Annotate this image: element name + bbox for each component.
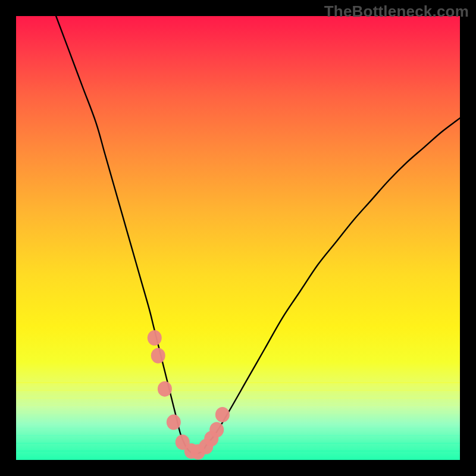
plot-area <box>16 16 460 460</box>
chart-frame: TheBottleneck.com <box>0 0 476 476</box>
highlight-markers <box>16 16 460 460</box>
marker-point <box>151 348 165 364</box>
marker-point <box>209 422 224 437</box>
marker-point <box>167 415 181 430</box>
marker-point <box>215 407 230 422</box>
watermark-text: TheBottleneck.com <box>324 2 469 21</box>
marker-point <box>148 330 162 346</box>
marker-point <box>158 381 172 397</box>
